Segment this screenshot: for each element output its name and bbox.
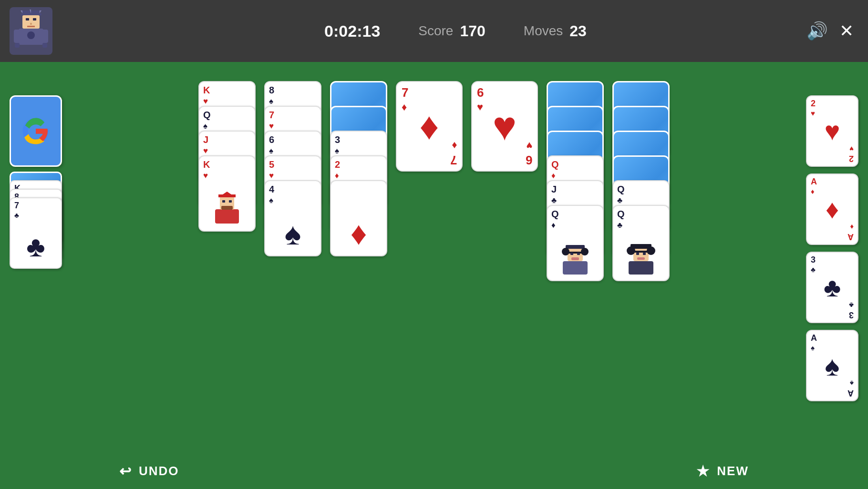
col4-card-7d[interactable]: 7♦ ♦ 7♦ <box>396 81 463 172</box>
svg-rect-8 <box>30 23 32 25</box>
header-actions: 🔊 ✕ <box>806 22 854 40</box>
right-foundation: 2♥ ♥ 2♥ A♦ ♦ A♦ 3♣ ♣ 3♣ A♠ ♠ A♠ <box>806 95 858 401</box>
svg-rect-16 <box>215 209 239 224</box>
svg-point-11 <box>27 31 35 39</box>
tableau-col-4[interactable]: 7♦ ♦ 7♦ <box>396 81 463 172</box>
svg-rect-21 <box>229 200 232 203</box>
tableau-col-6[interactable]: Q♦ J♣ Q♦ <box>547 81 604 281</box>
waste-card-top[interactable]: 7♣ ♣ <box>10 197 62 269</box>
foundation-2-diamonds[interactable]: A♦ ♦ A♦ <box>806 173 858 245</box>
svg-rect-30 <box>570 253 573 255</box>
svg-rect-25 <box>566 245 585 249</box>
svg-rect-9 <box>27 26 35 27</box>
col6-card-queen-face[interactable]: Q♦ <box>547 205 604 281</box>
moves-label: Moves <box>524 23 563 39</box>
svg-rect-19 <box>218 194 236 197</box>
svg-rect-31 <box>577 253 580 255</box>
tableau-col-1[interactable]: K♥ K♥ Q♠ J♥ K♥ <box>198 81 256 232</box>
svg-marker-4 <box>40 10 41 13</box>
tableau-area: K♥ K♥ Q♠ J♥ K♥ <box>76 81 792 281</box>
undo-label: UNDO <box>139 464 179 479</box>
svg-rect-40 <box>637 257 645 260</box>
avatar <box>10 7 52 55</box>
timer-display: 0:02:13 <box>324 22 380 41</box>
svg-marker-2 <box>21 10 22 13</box>
moves-value: 23 <box>569 22 587 40</box>
undo-button[interactable]: ↩ UNDO <box>119 463 179 479</box>
svg-rect-32 <box>629 261 653 275</box>
tableau-col-5[interactable]: 6♥ ♥ 6♥ <box>471 81 538 172</box>
col2-card-5[interactable]: 4♠ ♠ <box>264 180 321 256</box>
star-icon: ★ <box>696 463 710 479</box>
svg-rect-22 <box>221 206 233 210</box>
left-stock-pile: K♠ 8♥ 7♣ ♣ <box>10 95 62 267</box>
foundation-3-clubs[interactable]: 3♣ ♣ 3♣ <box>806 252 858 323</box>
svg-rect-37 <box>631 251 651 253</box>
svg-rect-12 <box>14 30 21 43</box>
svg-rect-38 <box>636 253 639 255</box>
svg-rect-29 <box>571 257 579 260</box>
tableau-col-3[interactable]: 3♠ 2♦ ♦ <box>330 81 387 256</box>
google-logo <box>21 117 50 145</box>
score-value: 170 <box>460 22 485 40</box>
tableau-col-2[interactable]: 8♠ 7♥ 6♠ 5♥ 4♠ ♠ <box>264 81 321 256</box>
king-face-art <box>208 188 246 226</box>
col1-card-4-king[interactable]: K♥ <box>198 155 256 232</box>
svg-rect-7 <box>33 18 36 20</box>
score-stat: Score 170 <box>418 22 486 40</box>
bottom-bar: ↩ UNDO ★ NEW <box>0 463 868 479</box>
foundation-4-spades[interactable]: A♠ ♠ A♠ <box>806 330 858 401</box>
svg-rect-39 <box>643 253 646 255</box>
col3-card-5-diamond[interactable]: ♦ <box>330 180 387 256</box>
svg-rect-13 <box>41 30 48 43</box>
tableau-col-7[interactable]: Q♣ Q♣ <box>612 81 670 281</box>
moves-stat: Moves 23 <box>524 22 587 40</box>
header: 0:02:13 Score 170 Moves 23 🔊 ✕ <box>0 0 868 62</box>
avatar-art <box>12 9 50 54</box>
waste-pile[interactable]: K♠ 8♥ 7♣ ♣ <box>10 172 62 267</box>
new-label: NEW <box>717 464 749 479</box>
foundation-1-hearts[interactable]: 2♥ ♥ 2♥ <box>806 95 858 167</box>
col7-card-queen-face2[interactable]: Q♣ <box>612 205 670 281</box>
queen-face-art <box>557 240 593 276</box>
svg-rect-1 <box>21 13 41 15</box>
undo-icon: ↩ <box>119 463 132 479</box>
col5-card-6h[interactable]: 6♥ ♥ 6♥ <box>471 81 538 172</box>
header-center: 0:02:13 Score 170 Moves 23 <box>52 22 858 41</box>
game-area: K♠ 8♥ 7♣ ♣ K♥ K♥ Q♠ <box>0 62 868 489</box>
svg-rect-28 <box>566 252 585 254</box>
svg-rect-20 <box>222 200 225 203</box>
close-button[interactable]: ✕ <box>839 22 854 40</box>
svg-rect-6 <box>26 18 29 20</box>
score-label: Score <box>418 23 453 39</box>
new-game-button[interactable]: ★ NEW <box>696 463 749 479</box>
sound-button[interactable]: 🔊 <box>806 22 828 40</box>
queen-face-art-2 <box>623 240 659 276</box>
svg-rect-14 <box>15 43 20 48</box>
stock-pile[interactable] <box>10 95 62 167</box>
svg-rect-23 <box>563 261 588 275</box>
svg-rect-15 <box>42 43 47 48</box>
